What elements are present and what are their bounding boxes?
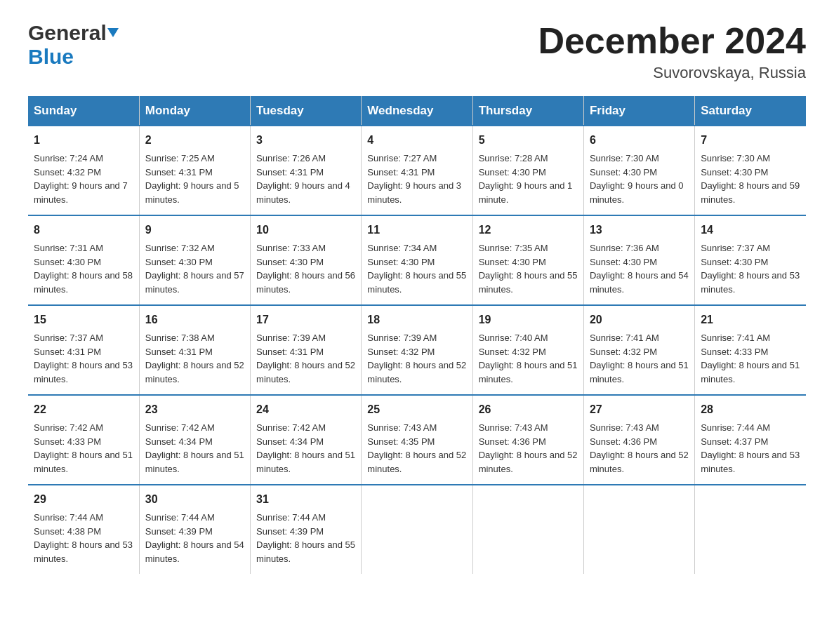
- day-number: 9: [145, 222, 244, 239]
- day-number: 12: [479, 222, 578, 239]
- sunset-label: Sunset: 4:30 PM: [367, 257, 435, 267]
- page-subtitle: Suvorovskaya, Russia: [538, 64, 806, 82]
- sunset-label: Sunset: 4:30 PM: [479, 167, 546, 177]
- daylight-label: Daylight: 8 hours and 53 minutes.: [701, 450, 800, 474]
- calendar-cell: 13 Sunrise: 7:36 AM Sunset: 4:30 PM Dayl…: [583, 215, 694, 305]
- logo-arrow-icon: [107, 28, 119, 37]
- daylight-label: Daylight: 8 hours and 51 minutes.: [590, 360, 689, 384]
- logo-general: General: [28, 21, 107, 45]
- sunset-label: Sunset: 4:30 PM: [590, 257, 657, 267]
- header-saturday: Saturday: [695, 97, 806, 126]
- calendar-cell: 20 Sunrise: 7:41 AM Sunset: 4:32 PM Dayl…: [583, 305, 694, 395]
- sunrise-label: Sunrise: 7:30 AM: [701, 153, 770, 163]
- day-number: 25: [367, 401, 466, 418]
- sunset-label: Sunset: 4:36 PM: [479, 436, 546, 447]
- calendar-cell: [362, 485, 472, 574]
- sunset-label: Sunset: 4:34 PM: [145, 436, 213, 447]
- sunrise-label: Sunrise: 7:35 AM: [479, 243, 548, 253]
- daylight-label: Daylight: 9 hours and 5 minutes.: [145, 180, 239, 205]
- day-number: 11: [367, 222, 466, 239]
- day-number: 10: [256, 222, 355, 239]
- header-monday: Monday: [139, 97, 250, 126]
- sunrise-label: Sunrise: 7:28 AM: [479, 153, 548, 163]
- sunset-label: Sunset: 4:30 PM: [34, 257, 101, 267]
- calendar-cell: 8 Sunrise: 7:31 AM Sunset: 4:30 PM Dayli…: [28, 215, 139, 305]
- day-number: 8: [34, 222, 133, 239]
- daylight-label: Daylight: 9 hours and 1 minute.: [479, 180, 573, 205]
- week-row-2: 8 Sunrise: 7:31 AM Sunset: 4:30 PM Dayli…: [28, 215, 806, 305]
- week-row-4: 22 Sunrise: 7:42 AM Sunset: 4:33 PM Dayl…: [28, 395, 806, 485]
- daylight-label: Daylight: 8 hours and 55 minutes.: [367, 270, 466, 295]
- daylight-label: Daylight: 8 hours and 59 minutes.: [701, 180, 800, 205]
- daylight-label: Daylight: 8 hours and 52 minutes.: [590, 450, 689, 474]
- daylight-label: Daylight: 9 hours and 4 minutes.: [256, 180, 350, 205]
- calendar-cell: 30 Sunrise: 7:44 AM Sunset: 4:39 PM Dayl…: [139, 485, 250, 574]
- daylight-label: Daylight: 8 hours and 51 minutes.: [145, 450, 244, 474]
- day-number: 6: [590, 132, 689, 149]
- calendar-cell: 21 Sunrise: 7:41 AM Sunset: 4:33 PM Dayl…: [695, 305, 806, 395]
- calendar-cell: 17 Sunrise: 7:39 AM Sunset: 4:31 PM Dayl…: [251, 305, 362, 395]
- day-number: 5: [479, 132, 578, 149]
- calendar-cell: 6 Sunrise: 7:30 AM Sunset: 4:30 PM Dayli…: [583, 126, 694, 215]
- sunset-label: Sunset: 4:33 PM: [701, 347, 768, 357]
- daylight-label: Daylight: 9 hours and 3 minutes.: [367, 180, 461, 205]
- calendar-cell: 11 Sunrise: 7:34 AM Sunset: 4:30 PM Dayl…: [362, 215, 472, 305]
- sunset-label: Sunset: 4:31 PM: [145, 347, 213, 357]
- sunrise-label: Sunrise: 7:43 AM: [590, 422, 659, 433]
- week-row-1: 1 Sunrise: 7:24 AM Sunset: 4:32 PM Dayli…: [28, 126, 806, 215]
- daylight-label: Daylight: 9 hours and 0 minutes.: [590, 180, 684, 205]
- daylight-label: Daylight: 8 hours and 53 minutes.: [34, 360, 133, 384]
- day-number: 13: [590, 222, 689, 239]
- sunset-label: Sunset: 4:31 PM: [145, 167, 213, 177]
- page-title: December 2024: [538, 21, 806, 61]
- sunset-label: Sunset: 4:35 PM: [367, 436, 435, 447]
- calendar-cell: 31 Sunrise: 7:44 AM Sunset: 4:39 PM Dayl…: [251, 485, 362, 574]
- week-row-3: 15 Sunrise: 7:37 AM Sunset: 4:31 PM Dayl…: [28, 305, 806, 395]
- sunrise-label: Sunrise: 7:32 AM: [145, 243, 215, 253]
- calendar-cell: 16 Sunrise: 7:38 AM Sunset: 4:31 PM Dayl…: [139, 305, 250, 395]
- sunrise-label: Sunrise: 7:38 AM: [145, 333, 215, 343]
- daylight-label: Daylight: 8 hours and 51 minutes.: [701, 360, 800, 384]
- day-number: 16: [145, 311, 244, 328]
- calendar-cell: 28 Sunrise: 7:44 AM Sunset: 4:37 PM Dayl…: [695, 395, 806, 485]
- sunrise-label: Sunrise: 7:44 AM: [701, 422, 770, 433]
- daylight-label: Daylight: 8 hours and 55 minutes.: [256, 539, 355, 564]
- calendar-cell: 9 Sunrise: 7:32 AM Sunset: 4:30 PM Dayli…: [139, 215, 250, 305]
- day-number: 3: [256, 132, 355, 149]
- day-number: 22: [34, 401, 133, 418]
- sunrise-label: Sunrise: 7:24 AM: [34, 153, 103, 163]
- sunrise-label: Sunrise: 7:34 AM: [367, 243, 437, 253]
- daylight-label: Daylight: 8 hours and 51 minutes.: [256, 450, 355, 474]
- sunset-label: Sunset: 4:32 PM: [367, 347, 435, 357]
- day-number: 7: [701, 132, 800, 149]
- calendar-cell: 7 Sunrise: 7:30 AM Sunset: 4:30 PM Dayli…: [695, 126, 806, 215]
- calendar-cell: 18 Sunrise: 7:39 AM Sunset: 4:32 PM Dayl…: [362, 305, 472, 395]
- daylight-label: Daylight: 8 hours and 52 minutes.: [479, 450, 578, 474]
- calendar-cell: 25 Sunrise: 7:43 AM Sunset: 4:35 PM Dayl…: [362, 395, 472, 485]
- title-block: December 2024 Suvorovskaya, Russia: [538, 21, 806, 82]
- sunrise-label: Sunrise: 7:42 AM: [145, 422, 215, 433]
- daylight-label: Daylight: 8 hours and 52 minutes.: [256, 360, 355, 384]
- daylight-label: Daylight: 8 hours and 54 minutes.: [590, 270, 689, 295]
- calendar-cell: 5 Sunrise: 7:28 AM Sunset: 4:30 PM Dayli…: [472, 126, 583, 215]
- sunrise-label: Sunrise: 7:33 AM: [256, 243, 326, 253]
- day-number: 17: [256, 311, 355, 328]
- sunrise-label: Sunrise: 7:30 AM: [590, 153, 659, 163]
- sunrise-label: Sunrise: 7:42 AM: [34, 422, 103, 433]
- sunrise-label: Sunrise: 7:37 AM: [701, 243, 770, 253]
- sunrise-label: Sunrise: 7:43 AM: [367, 422, 437, 433]
- sunset-label: Sunset: 4:34 PM: [256, 436, 324, 447]
- sunrise-label: Sunrise: 7:42 AM: [256, 422, 326, 433]
- day-number: 21: [701, 311, 800, 328]
- sunset-label: Sunset: 4:31 PM: [367, 167, 435, 177]
- sunrise-label: Sunrise: 7:37 AM: [34, 333, 103, 343]
- calendar-cell: 4 Sunrise: 7:27 AM Sunset: 4:31 PM Dayli…: [362, 126, 472, 215]
- sunrise-label: Sunrise: 7:44 AM: [145, 512, 215, 523]
- calendar-cell: 3 Sunrise: 7:26 AM Sunset: 4:31 PM Dayli…: [251, 126, 362, 215]
- daylight-label: Daylight: 8 hours and 52 minutes.: [367, 450, 466, 474]
- day-number: 14: [701, 222, 800, 239]
- day-number: 27: [590, 401, 689, 418]
- day-number: 4: [367, 132, 466, 149]
- calendar-cell: 22 Sunrise: 7:42 AM Sunset: 4:33 PM Dayl…: [28, 395, 139, 485]
- daylight-label: Daylight: 8 hours and 54 minutes.: [145, 539, 244, 564]
